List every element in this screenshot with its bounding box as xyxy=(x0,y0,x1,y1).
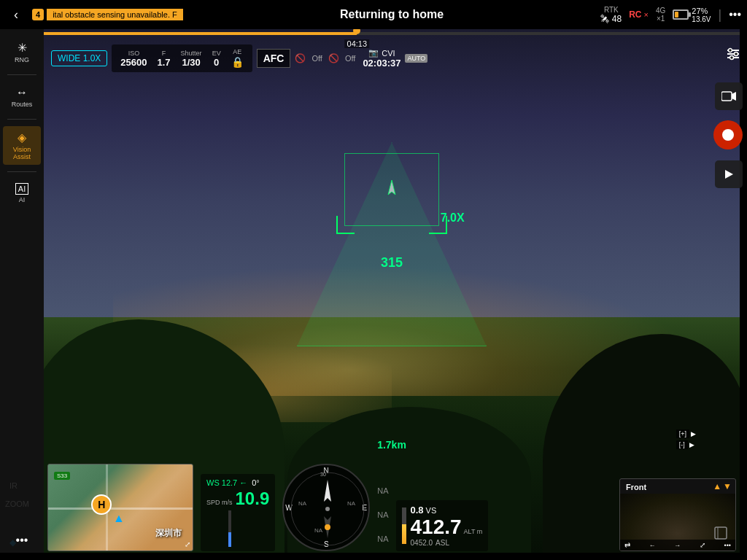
sidebar-divider-1 xyxy=(7,74,36,75)
bottom-hud: IR ZOOM ◆ S33 H ▲ 深圳市 ⤢ WS 12.7 ← 0° SPD… xyxy=(47,456,736,551)
signal-indicator: ×1 xyxy=(656,15,665,23)
expand-view-button[interactable] xyxy=(714,526,727,542)
ai-icon: AI xyxy=(15,183,28,195)
rtk-value: 🛰 48 xyxy=(600,14,622,24)
map-expand-button[interactable]: ⤢ xyxy=(185,540,190,548)
sidebar-item-ai[interactable]: AI AI xyxy=(3,179,41,208)
svg-point-6 xyxy=(730,56,734,60)
expand-down-icon[interactable]: ▼ xyxy=(723,481,732,491)
rng-label: RNG xyxy=(15,56,29,63)
play-button[interactable] xyxy=(715,160,743,188)
cam-off-group: 🚫 Off 🚫 Off xyxy=(295,53,358,63)
svg-text:30: 30 xyxy=(320,472,326,477)
svg-rect-7 xyxy=(721,92,732,101)
vision-label: VisionAssist xyxy=(13,146,31,160)
battery-percent: 27% xyxy=(692,7,711,15)
rng-icon: ✳ xyxy=(18,41,27,55)
ev-group: EV 0 xyxy=(212,50,221,68)
alert-badge: 4 xyxy=(32,9,44,20)
signal-status: 4G ×1 xyxy=(656,7,665,23)
spd-row: SPD m/s 10.9 xyxy=(206,489,269,509)
top-bar: ‹ 4 ital obstacle sensing unavailable. F… xyxy=(0,0,747,29)
battery-icon xyxy=(673,9,689,20)
more-button[interactable]: ••• xyxy=(729,8,741,21)
ev-value: 0 xyxy=(212,57,221,68)
battery-voltage: 13.6V xyxy=(692,15,711,23)
wind-row: WS 12.7 ← 0° xyxy=(206,478,269,487)
svg-marker-8 xyxy=(732,92,736,101)
vision-icon: ◈ xyxy=(18,131,26,144)
back-button[interactable]: ‹ xyxy=(6,7,26,23)
cvi-time: 02:03:37 xyxy=(363,58,400,69)
vs-display: 0.8 VS xyxy=(411,505,483,516)
prev-icon[interactable]: ← xyxy=(649,542,656,549)
na-column: NA NA NA xyxy=(377,478,388,551)
map-area: IR ZOOM ◆ S33 H ▲ 深圳市 ⤢ xyxy=(47,464,193,551)
svg-point-12 xyxy=(325,507,330,511)
asl-label: ASL xyxy=(436,539,449,547)
sidebar-item-rng[interactable]: ✳ RNG xyxy=(3,36,41,68)
next-icon[interactable]: → xyxy=(674,542,681,549)
alt-display: 412.7 ALT m xyxy=(411,516,483,539)
na-1: NA xyxy=(377,486,388,495)
alt-data: 0.8 VS 412.7 ALT m 0452.0 ASL xyxy=(402,505,483,547)
camera-icon: 📷 xyxy=(368,48,379,58)
altitude-value: 412.7 xyxy=(411,516,462,539)
expand-icon[interactable]: ⤢ xyxy=(700,541,705,549)
sidebar-item-routes[interactable]: ↔ Routes xyxy=(3,82,41,112)
svg-marker-9 xyxy=(725,170,733,179)
sidebar-item-more[interactable]: ••• xyxy=(3,529,41,553)
swap-icon[interactable]: ⇄ xyxy=(624,541,630,549)
spd-bar-fill xyxy=(228,532,231,547)
iso-group: ISO 25600 xyxy=(120,50,147,68)
zoom-plus-row: [+] ▶ xyxy=(676,429,696,438)
rtk-label: RTK xyxy=(600,6,622,14)
expand-up-icon[interactable]: ▲ xyxy=(713,481,721,491)
afc-badge[interactable]: AFC xyxy=(257,49,291,68)
more-icon: ••• xyxy=(16,534,28,547)
camera-button[interactable] xyxy=(715,82,743,110)
drone-silhouette xyxy=(381,179,403,203)
cam-more-icon[interactable]: ••• xyxy=(724,542,731,549)
compass-ticks: NA NA NA 30 xyxy=(284,465,371,553)
iso-value: 25600 xyxy=(120,57,147,68)
record-button[interactable] xyxy=(713,120,743,149)
map-city-label: 深圳市 xyxy=(155,527,182,540)
vs-value: 0.8 xyxy=(411,505,424,516)
alert-text: ital obstacle sensing unavailable. F xyxy=(47,9,183,20)
map-widget[interactable]: S33 H ▲ 深圳市 ⤢ xyxy=(47,464,193,551)
adjust-button[interactable] xyxy=(725,46,741,65)
cam-off-2: Off xyxy=(345,54,355,63)
svg-marker-0 xyxy=(388,180,395,195)
map-road-horizontal xyxy=(48,508,193,510)
auto-badge: AUTO xyxy=(405,54,427,63)
svg-rect-20 xyxy=(715,527,727,539)
wide-badge[interactable]: WIDE 1.0X xyxy=(51,50,107,66)
right-controls xyxy=(711,40,747,52)
cvi-label: CVI xyxy=(382,49,395,58)
lock-icon: 🔒 xyxy=(231,56,244,68)
vs-label: VS xyxy=(426,506,437,515)
shutter-label: Shutter xyxy=(181,50,202,57)
asl-display: 0452.0 ASL xyxy=(411,539,483,547)
iso-label: ISO xyxy=(120,50,147,57)
zoom-label: 7.0X xyxy=(441,211,465,225)
cam-off-1: Off xyxy=(311,54,322,63)
progress-bar[interactable]: 04:13 xyxy=(44,29,740,39)
svg-text:NA: NA xyxy=(347,500,356,507)
sidebar-item-vision[interactable]: ◈ VisionAssist xyxy=(3,126,41,165)
divider: | xyxy=(719,7,722,23)
battery-fill xyxy=(675,12,678,18)
left-sidebar: ✳ RNG ↔ Routes ◈ VisionAssist AI AI ••• xyxy=(0,29,44,553)
compass-circle: N S E W NA NA NA 30 xyxy=(282,464,370,551)
mini-cam-label: Front xyxy=(626,483,646,491)
rtk-status: RTK 🛰 48 xyxy=(600,6,622,24)
rc-status: RC × xyxy=(629,9,649,20)
svg-text:NA: NA xyxy=(298,500,307,507)
zoom-plus-label: [+] xyxy=(676,429,689,438)
progress-fill xyxy=(44,32,357,35)
vs-row: 0.8 VS 412.7 ALT m 0452.0 ASL xyxy=(402,505,483,547)
wind-speed-block: WS 12.7 ← 0° SPD m/s 10.9 xyxy=(201,474,275,551)
na-3: NA xyxy=(377,534,388,543)
progress-time: 04:13 xyxy=(345,39,370,48)
